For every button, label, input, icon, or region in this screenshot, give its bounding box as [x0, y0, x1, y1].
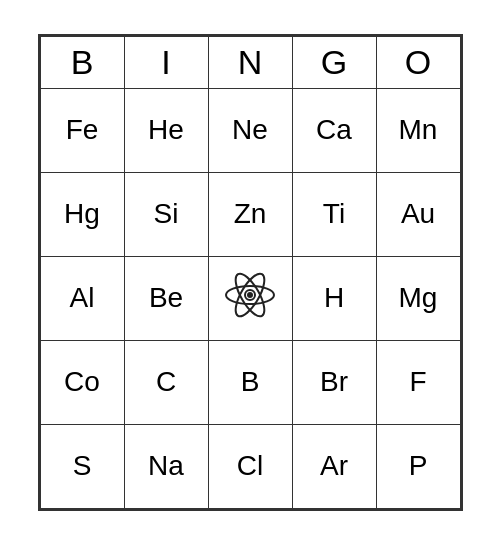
table-cell: Ar [292, 424, 376, 508]
header-row: B I N G O [40, 36, 460, 88]
table-cell: Br [292, 340, 376, 424]
table-cell: He [124, 88, 208, 172]
header-i: I [124, 36, 208, 88]
header-o: O [376, 36, 460, 88]
table-cell: Al [40, 256, 124, 340]
svg-point-4 [247, 292, 253, 298]
table-cell: C [124, 340, 208, 424]
table-cell: Fe [40, 88, 124, 172]
table-cell: B [208, 340, 292, 424]
table-cell: Cl [208, 424, 292, 508]
table-row: CoCBBrF [40, 340, 460, 424]
table-cell: Si [124, 172, 208, 256]
table-cell: Mn [376, 88, 460, 172]
table-cell: H [292, 256, 376, 340]
bingo-table: B I N G O FeHeNeCaMnHgSiZnTiAuAlBe [40, 36, 461, 509]
header-n: N [208, 36, 292, 88]
table-row: HgSiZnTiAu [40, 172, 460, 256]
table-cell: Zn [208, 172, 292, 256]
table-cell: Ti [292, 172, 376, 256]
table-row: SNaClArP [40, 424, 460, 508]
table-cell: Ne [208, 88, 292, 172]
header-b: B [40, 36, 124, 88]
table-cell: Hg [40, 172, 124, 256]
table-cell: F [376, 340, 460, 424]
table-cell: Mg [376, 256, 460, 340]
table-cell: P [376, 424, 460, 508]
header-g: G [292, 36, 376, 88]
table-cell: Be [124, 256, 208, 340]
table-cell: Co [40, 340, 124, 424]
bingo-card: B I N G O FeHeNeCaMnHgSiZnTiAuAlBe [38, 34, 463, 511]
atom-icon [222, 267, 278, 323]
table-row: FeHeNeCaMn [40, 88, 460, 172]
table-row: AlBe HMg [40, 256, 460, 340]
table-cell: Ca [292, 88, 376, 172]
table-cell [208, 256, 292, 340]
table-cell: Au [376, 172, 460, 256]
table-cell: S [40, 424, 124, 508]
table-cell: Na [124, 424, 208, 508]
